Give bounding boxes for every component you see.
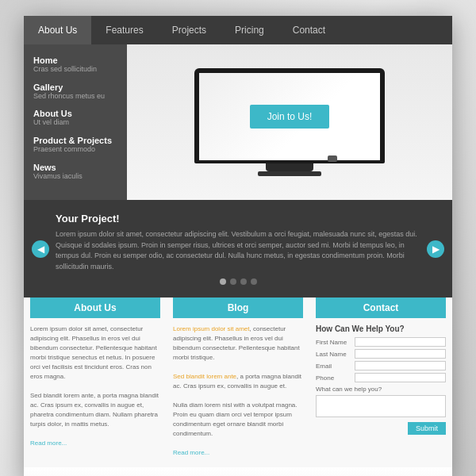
email-input[interactable] <box>355 361 446 370</box>
phone-label: Phone <box>316 374 351 382</box>
reflection <box>24 467 452 476</box>
sidebar-item-news[interactable]: News Vivamus iaculis <box>33 163 117 182</box>
join-button[interactable]: Join to Us! <box>250 105 330 129</box>
blog-col-text: Lorem ipsum dolor sit amet, consectetur … <box>173 324 303 458</box>
sidebar-item-about[interactable]: About Us Ut vel diam <box>33 109 117 128</box>
email-label: Email <box>316 363 351 370</box>
carousel-prev-button[interactable]: ◀ <box>32 240 49 258</box>
sidebar: Home Cras sed sollicitudin Gallery Sed r… <box>24 44 127 200</box>
monitor: Join to Us! <box>194 68 385 176</box>
submit-button[interactable]: Submit <box>408 422 446 435</box>
monitor-area: Join to Us! <box>127 44 452 200</box>
monitor-stand <box>266 163 313 171</box>
carousel-title: Your Project! <box>56 213 420 225</box>
message-textarea[interactable] <box>316 395 446 417</box>
carousel-text: Lorem ipsum dolor sit amet, consectetur … <box>56 229 420 272</box>
carousel-next-button[interactable]: ▶ <box>427 240 444 258</box>
form-row-email: Email <box>316 361 446 370</box>
carousel-dots <box>56 278 420 285</box>
about-col-header: About Us <box>30 298 160 318</box>
nav-item-about[interactable]: About Us <box>24 16 91 44</box>
form-row-firstname: First Name <box>316 337 446 347</box>
about-column: About Us Lorem ipsum dolor sit amet, con… <box>24 298 167 467</box>
blog-column: Blog Lorem ipsum dolor sit amet, consect… <box>167 298 309 467</box>
nav-item-projects[interactable]: Projects <box>158 16 221 44</box>
nav-item-pricing[interactable]: Pricing <box>221 16 278 44</box>
carousel-section: ◀ Your Project! Lorem ipsum dolor sit am… <box>24 200 452 298</box>
hero-section: Home Cras sed sollicitudin Gallery Sed r… <box>24 44 452 200</box>
dot-3[interactable] <box>240 278 247 285</box>
nav-item-features[interactable]: Features <box>91 16 157 44</box>
dot-1[interactable] <box>220 278 226 285</box>
lastname-input[interactable] <box>355 349 446 359</box>
firstname-label: First Name <box>316 339 351 346</box>
textarea-label: What can we help you? <box>316 386 446 393</box>
sidebar-item-home[interactable]: Home Cras sed sollicitudin <box>33 56 117 75</box>
three-columns: About Us Lorem ipsum dolor sit amet, con… <box>24 298 452 467</box>
lastname-label: Last Name <box>316 351 351 358</box>
dot-4[interactable] <box>251 278 257 285</box>
dot-2[interactable] <box>230 278 236 285</box>
about-col-text: Lorem ipsum dolor sit amet, consectetur … <box>30 324 160 448</box>
contact-form-title: How Can We Help You? <box>316 324 446 333</box>
nav-bar: About Us Features Projects Pricing Conta… <box>24 16 452 44</box>
contact-column: Contact How Can We Help You? First Name … <box>309 298 452 467</box>
nav-item-contact[interactable]: Contact <box>278 16 340 44</box>
firstname-input[interactable] <box>355 337 446 347</box>
contact-col-header: Contact <box>316 298 446 318</box>
form-row-lastname: Last Name <box>316 349 446 359</box>
monitor-screen: Join to Us! <box>199 73 380 160</box>
monitor-frame: Join to Us! <box>194 68 385 163</box>
sidebar-item-gallery[interactable]: Gallery Sed rhoncus metus eu <box>33 83 117 102</box>
power-cable <box>328 155 337 162</box>
monitor-base <box>258 171 321 176</box>
phone-input[interactable] <box>355 373 446 382</box>
sidebar-item-products[interactable]: Product & Projects Praesent commodo <box>33 136 117 155</box>
page-wrapper: About Us Features Projects Pricing Conta… <box>24 16 452 476</box>
form-row-phone: Phone <box>316 373 446 382</box>
blog-col-header: Blog <box>173 298 303 318</box>
